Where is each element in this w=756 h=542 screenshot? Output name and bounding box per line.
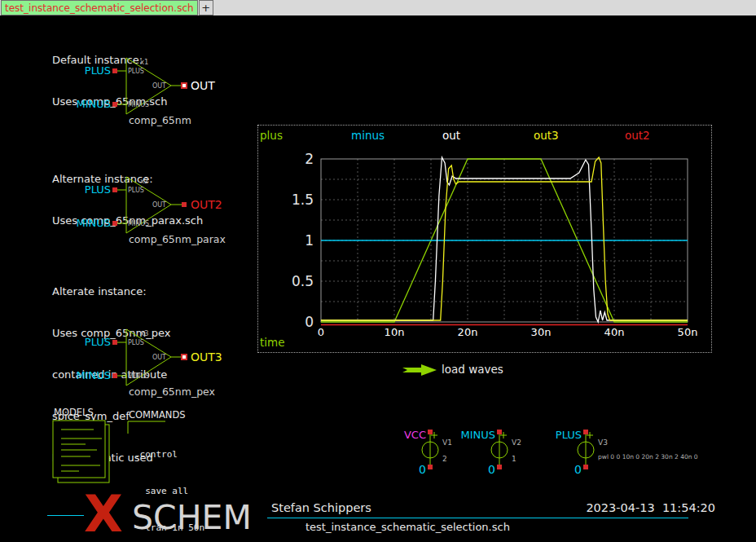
net-label-plus: PLUS xyxy=(556,429,582,441)
pin-square-bottom xyxy=(583,465,588,469)
vsource-v3[interactable]: PLUS V3 pwl 0 0 10n 0 20n 2 30n 2 40n 0 … xyxy=(559,428,738,478)
xschem-logo-text: SCHEM xyxy=(132,500,252,535)
y-tick-label: 1 xyxy=(305,232,314,249)
pin-square-plus xyxy=(112,68,117,73)
net-label-gnd: 0 xyxy=(488,463,495,476)
new-tab-button[interactable]: + xyxy=(199,0,213,15)
tab-active[interactable]: test_instance_schematic_selection.sch xyxy=(1,0,198,15)
comparator-symbol-x1[interactable]: PLUS MINUS PLUS MINUS OUT x1 OUT comp_65… xyxy=(81,45,277,126)
pin-square-top xyxy=(583,430,588,434)
net-label-gnd: 0 xyxy=(574,463,582,476)
x-tick-label: 0 xyxy=(318,326,324,338)
timestamp: 2023-04-13 11:54:20 xyxy=(570,501,715,514)
arrow-shape xyxy=(402,364,437,376)
load-waves-launcher[interactable]: load waves xyxy=(442,363,503,376)
pin-square-minus xyxy=(112,221,117,226)
instance-name: x3 xyxy=(140,329,148,337)
pin-square-plus xyxy=(112,187,117,192)
xschem-logo-x: X xyxy=(84,491,123,537)
x-tick-label: 50n xyxy=(678,326,698,338)
pin-label-plus: PLUS xyxy=(128,68,144,75)
net-label-out: OUT3 xyxy=(191,350,222,364)
pin-square-minus xyxy=(112,373,117,378)
pin-label-out: OUT xyxy=(152,82,166,90)
new-tab-label: + xyxy=(201,2,210,14)
net-label-minus: MINUS xyxy=(76,217,111,229)
pin-square-bottom xyxy=(428,465,433,469)
y-tick-label: 2 xyxy=(305,151,314,167)
y-tick-label: 0 xyxy=(305,314,314,330)
instance-name: x1 xyxy=(140,58,148,66)
pin-square-out xyxy=(182,83,187,88)
y-tick-label: 1.5 xyxy=(292,192,314,208)
pin-label-out: OUT xyxy=(152,201,166,209)
symbol-name: comp_65nm xyxy=(129,114,191,126)
tab-bar: test_instance_schematic_selection.sch + xyxy=(0,0,756,16)
pin-label-minus: MINUS xyxy=(128,372,149,380)
net-label-plus: PLUS xyxy=(85,183,111,196)
legend-plus: plus xyxy=(260,129,283,142)
net-label-vcc: VCC xyxy=(404,429,426,441)
source-name: V3 xyxy=(598,438,608,447)
pin-square-out xyxy=(182,355,187,359)
source-value: pwl 0 0 10n 0 20n 2 30n 2 40n 0 xyxy=(598,453,698,460)
legend-out3: out3 xyxy=(534,129,559,142)
title-block-line-left xyxy=(47,515,84,516)
legend-out: out xyxy=(442,129,460,142)
pin-square-top xyxy=(428,430,433,434)
net-label-out: OUT2 xyxy=(191,198,222,211)
net-label-plus: PLUS xyxy=(85,336,111,348)
y-tick-label: 0.5 xyxy=(292,273,314,289)
series-out3 xyxy=(321,157,688,320)
source-value: 2 xyxy=(442,455,447,463)
models-box[interactable] xyxy=(51,417,116,487)
command-line: .control xyxy=(134,448,377,460)
net-label-plus: PLUS xyxy=(85,64,111,77)
pin-square-top xyxy=(497,430,502,434)
net-label-minus: MINUS xyxy=(76,369,111,381)
x-tick-label: 10n xyxy=(385,326,405,338)
waveform-plot-svg: plusminusoutout3out200.511.52010n20n30n4… xyxy=(258,126,711,352)
pin-square-bottom xyxy=(497,465,502,469)
pin-label-minus: MINUS xyxy=(128,101,149,108)
x-axis-label: time xyxy=(260,336,285,349)
x-tick-label: 20n xyxy=(458,326,478,338)
waveform-graph[interactable]: plusminusoutout3out200.511.52010n20n30n4… xyxy=(257,125,712,353)
net-label-out: OUT xyxy=(191,79,215,92)
x-tick-label: 40n xyxy=(604,326,625,338)
heading-line: Alterate instance: xyxy=(52,284,170,298)
pin-square-out xyxy=(182,202,187,207)
net-label-gnd: 0 xyxy=(419,463,426,476)
models-label: MODELS xyxy=(54,407,94,418)
legend-minus: minus xyxy=(351,129,385,142)
net-label-minus: MINUS xyxy=(460,429,495,441)
instance-name: x2 xyxy=(140,177,148,185)
tab-active-label: test_instance_schematic_selection.sch xyxy=(5,2,194,14)
x-tick-label: 30n xyxy=(531,326,552,338)
source-value: 1 xyxy=(512,455,516,463)
pin-square-plus xyxy=(112,340,117,345)
pin-square-minus xyxy=(112,102,117,107)
symbol-name: comp_65nm_pex xyxy=(129,386,215,398)
pin-label-plus: PLUS xyxy=(128,187,144,194)
legend-out2: out2 xyxy=(625,129,650,142)
pin-label-plus: PLUS xyxy=(128,339,144,346)
schematic-filename: test_instance_schematic_selection.sch xyxy=(305,521,510,533)
command-line: save all xyxy=(134,485,377,497)
source-name: V2 xyxy=(512,438,521,447)
pin-label-out: OUT xyxy=(152,354,166,361)
title-block-underline xyxy=(267,518,688,518)
author-name: Stefan Schippers xyxy=(271,501,371,514)
pin-label-minus: MINUS xyxy=(128,220,149,227)
source-name: V1 xyxy=(442,438,452,447)
net-label-minus: MINUS xyxy=(76,98,111,110)
comparator-symbol-x2[interactable]: PLUS MINUS PLUS MINUS OUT x2 OUT2 comp_6… xyxy=(81,164,277,245)
launcher-arrow-icon[interactable] xyxy=(402,364,437,377)
comparator-symbol-x3[interactable]: PLUS MINUS PLUS MINUS OUT x3 OUT3 comp_6… xyxy=(81,316,277,398)
symbol-name: comp_65nm_parax xyxy=(129,233,226,245)
